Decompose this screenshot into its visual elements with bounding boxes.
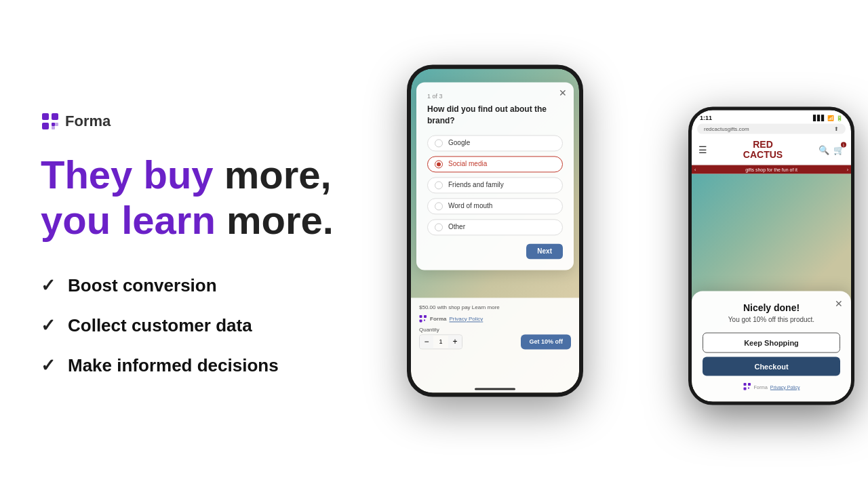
quantity-plus-button[interactable]: + [448,335,462,348]
rc-nav-icons: 🔍 🛒 1 [818,144,844,156]
rc-forma-logo [743,383,751,391]
survey-option-social[interactable]: Social media [427,156,563,172]
survey-question: How did you find out about the brand? [427,104,563,127]
checkout-button[interactable]: Checkout [703,357,840,376]
privacy-policy-link[interactable]: Privacy Policy [449,316,483,322]
headline-line1-purple: They buy [41,152,224,197]
option-word-label: Word of mouth [448,202,492,209]
phone-redcactus: 1:11 ▋▋▋ 📶 🔋 redcactusgifts.com ⬆ ☰ RED … [688,107,854,405]
phone-rc-screen: 1:11 ▋▋▋ 📶 🔋 redcactusgifts.com ⬆ ☰ RED … [692,110,851,402]
survey-next-button[interactable]: Next [526,243,563,259]
svg-rect-9 [424,319,425,321]
forma-badge-text: Forma [430,316,446,322]
headline-line1-dark: more, [224,152,332,197]
phone-bottom-area: $50.00 with shop pay Learn more Forma Pr… [411,298,579,392]
success-close-button[interactable]: ✕ [835,298,843,309]
svg-rect-3 [52,123,55,126]
radio-google [435,139,443,147]
left-section: Forma They buy more, you learn more. ✓ B… [0,78,407,410]
keep-shopping-button[interactable]: Keep Shopping [703,333,840,353]
rc-hamburger-icon[interactable]: ☰ [698,144,707,155]
option-friends-label: Friends and family [448,181,504,188]
rc-brand-line2: CACTUS [743,150,783,160]
radio-social [435,160,443,168]
success-modal: ✕ Nicely done! You got 10% off this prod… [692,291,851,402]
survey-close-button[interactable]: ✕ [559,87,567,98]
checkmark-icon-2: ✓ [41,315,56,336]
right-section: ✕ 1 of 3 How did you find out about the … [407,0,868,488]
forma-logo-small [419,314,427,323]
feature-item-3: ✓ Make informed decisions [41,355,366,376]
survey-option-other[interactable]: Other [427,219,563,235]
rc-brand-line1: RED [743,140,783,150]
quantity-control: − 1 + [419,334,462,349]
logo-text: Forma [65,113,111,130]
search-icon[interactable]: 🔍 [818,144,829,155]
rc-status-bar: 1:11 ▋▋▋ 📶 🔋 [692,110,851,123]
quantity-label: Quantity [419,327,571,333]
svg-rect-13 [748,388,749,389]
option-social-label: Social media [448,160,487,167]
svg-rect-12 [743,388,746,390]
svg-rect-7 [424,315,427,318]
cart-button[interactable]: 🛒 1 [833,144,844,156]
survey-option-word[interactable]: Word of mouth [427,198,563,214]
logo: Forma [41,112,366,131]
wifi-icon: 📶 [827,115,834,121]
radio-other [435,223,443,231]
radio-friends [435,181,443,189]
svg-rect-10 [743,383,746,386]
rc-brand-name: RED CACTUS [743,140,783,161]
home-indicator [475,388,515,390]
banner-prev-icon[interactable]: ‹ [694,167,696,171]
rc-url-bar[interactable]: redcactusgifts.com ⬆ [697,124,846,134]
survey-option-friends[interactable]: Friends and family [427,177,563,193]
banner-next-icon[interactable]: › [847,167,848,171]
success-subtitle: You got 10% off this product. [703,316,840,323]
rc-status-icons: ▋▋▋ 📶 🔋 [813,115,843,121]
phone-survey-screen: ✕ 1 of 3 How did you find out about the … [411,68,579,392]
svg-rect-0 [42,113,49,120]
rc-forma-footer: Forma Privacy Policy [703,383,840,391]
svg-rect-1 [52,113,58,120]
rc-time: 1:11 [700,115,712,121]
share-icon: ⬆ [834,126,839,132]
svg-rect-6 [420,315,422,318]
svg-rect-8 [420,319,422,322]
radio-word [435,202,443,210]
option-other-label: Other [448,223,465,230]
rc-privacy-link[interactable]: Privacy Policy [770,384,800,389]
quantity-value: 1 [433,338,448,345]
option-google-label: Google [448,139,470,146]
svg-rect-2 [42,123,49,129]
headline-line2-purple: you learn [41,198,226,242]
svg-rect-11 [748,383,751,386]
survey-options: Google Social media Friends and family [427,135,563,235]
banner-text: gifts shop for the fun of it [745,167,797,171]
success-title: Nicely done! [703,302,840,313]
cart-badge: 1 [841,142,846,148]
rc-content-area: ✕ Nicely done! You got 10% off this prod… [692,174,851,401]
survey-option-google[interactable]: Google [427,135,563,151]
battery-icon: 🔋 [836,115,843,121]
get-discount-button[interactable]: Get 10% off [521,334,571,349]
survey-modal: ✕ 1 of 3 How did you find out about the … [416,82,574,270]
feature-item-2: ✓ Collect customer data [41,315,366,336]
forma-logo-icon [41,112,60,131]
phone-survey: ✕ 1 of 3 How did you find out about the … [407,64,583,396]
shop-pay-text: $50.00 with shop pay Learn more [419,304,571,310]
feature-item-1: ✓ Boost conversion [41,275,366,296]
rc-forma-text: Forma [754,384,768,389]
radio-dot-social [437,162,441,166]
checkmark-icon-1: ✓ [41,275,56,296]
rc-banner: ‹ gifts shop for the fun of it › [692,165,851,174]
survey-progress: 1 of 3 [427,93,563,100]
svg-rect-5 [52,126,55,129]
headline-line2-dark: more. [226,198,334,242]
rc-nav-header: ☰ RED CACTUS 🔍 🛒 1 [692,136,851,165]
feature-text-1: Boost conversion [68,275,217,296]
feature-text-3: Make informed decisions [68,355,279,376]
checkmark-icon-3: ✓ [41,355,56,376]
signal-icon: ▋▋▋ [813,115,825,121]
quantity-minus-button[interactable]: − [420,335,433,348]
